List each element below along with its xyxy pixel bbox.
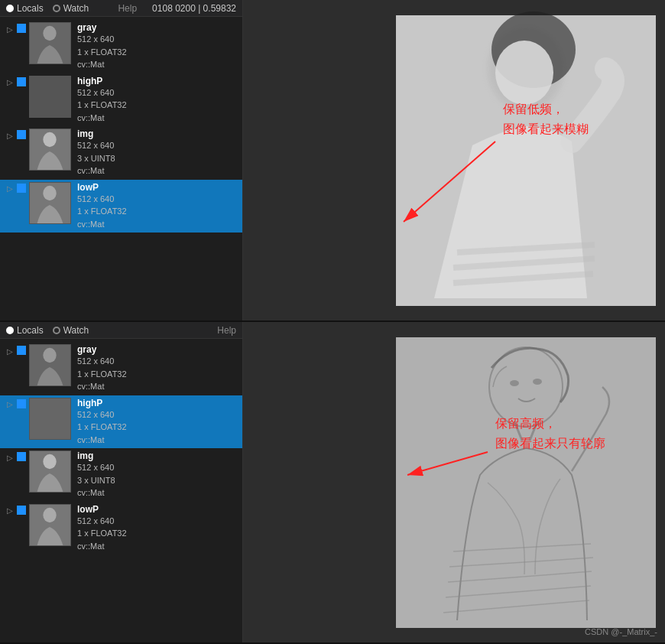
color-gray-bottom	[17, 346, 26, 355]
watch-tab-bottom[interactable]: Watch	[53, 325, 89, 336]
expand-img-top[interactable]: ▷	[5, 130, 15, 141]
info-highp-top: highP 512 x 6401 x FLOAT32cv::Mat	[77, 76, 127, 125]
info-img-bottom: img 512 x 6403 x UINT8cv::Mat	[77, 450, 115, 499]
thumb-highp-top	[29, 76, 71, 118]
watch-label-top: Watch	[63, 3, 89, 14]
svg-rect-17	[30, 398, 70, 439]
details-lowp-top: 512 x 6401 x FLOAT32cv::Mat	[77, 193, 127, 231]
color-img-bottom	[17, 452, 26, 461]
details-highp-top: 512 x 6401 x FLOAT32cv::Mat	[77, 86, 127, 125]
locals-radio-bottom	[6, 327, 14, 334]
thumb-svg-lowp-top	[30, 183, 70, 223]
thumb-svg-img-top	[30, 129, 70, 170]
locals-tab-top[interactable]: Locals	[6, 3, 44, 14]
info-highp-bottom: highP 512 x 6401 x FLOAT32cv::Mat	[77, 398, 127, 447]
details-gray-top: 512 x 6401 x FLOAT32cv::Mat	[77, 33, 127, 71]
top-annotation-line2: 图像看起来模糊	[503, 122, 589, 135]
top-image-display	[243, 8, 665, 314]
info-img-top: img 512 x 6403 x UINT8cv::Mat	[77, 128, 115, 177]
help-label-bottom[interactable]: Help	[217, 325, 236, 336]
expand-lowp-top[interactable]: ▷	[5, 184, 15, 194]
var-img-bottom[interactable]: ▷ img 512 x 6403 x UINT8cv::Mat	[0, 448, 242, 502]
thumb-svg-highp-top	[30, 76, 70, 117]
name-img-top: img	[77, 128, 115, 139]
top-annotation-line1: 保留低频，	[503, 102, 564, 115]
expand-img-bottom[interactable]: ▷	[5, 452, 15, 463]
watermark: CSDN @-_Matrix_-	[585, 627, 657, 636]
details-highp-bottom: 512 x 6401 x FLOAT32cv::Mat	[77, 408, 127, 447]
color-highp-bottom	[17, 399, 26, 408]
top-content-area: 保留低频， 图像看起来模糊	[243, 0, 665, 320]
coords-top: 0108 0200 | 0.59832	[152, 3, 236, 14]
watch-label-bottom: Watch	[63, 325, 89, 336]
info-lowp-top: lowP 512 x 6401 x FLOAT32cv::Mat	[77, 182, 127, 231]
var-gray-bottom[interactable]: ▷ gray 512 x 6401 x FLOAT32cv::Mat	[0, 342, 242, 395]
color-img-top	[17, 130, 26, 139]
bottom-annotation-line2: 图像看起来只有轮廓	[495, 437, 605, 450]
thumb-img-top	[29, 128, 71, 171]
svg-point-6	[43, 185, 56, 200]
info-gray-top: gray 512 x 6401 x FLOAT32cv::Mat	[77, 22, 127, 71]
expand-gray-bottom[interactable]: ▷	[5, 346, 15, 356]
color-lowp-bottom	[17, 506, 26, 515]
name-gray-top: gray	[77, 22, 127, 33]
bottom-annotation-line1: 保留高频，	[495, 417, 556, 430]
name-lowp-bottom: lowP	[77, 504, 127, 515]
var-lowp-top[interactable]: ▷ lowP 512 x 6401 x FLOAT32cv::Mat	[0, 180, 242, 233]
bottom-sidebar: Locals Watch Help ▷	[0, 322, 243, 642]
bottom-annotation: 保留高频， 图像看起来只有轮廓	[495, 414, 605, 453]
locals-tab-bottom[interactable]: Locals	[6, 325, 44, 336]
color-highp-top	[17, 77, 26, 86]
var-lowp-bottom[interactable]: ▷ lowP 512 x 6401 x FLOAT32cv::Mat	[0, 502, 242, 555]
thumb-img-bottom	[29, 450, 71, 493]
locals-radio-top	[6, 5, 14, 12]
info-lowp-bottom: lowP 512 x 6401 x FLOAT32cv::Mat	[77, 504, 127, 553]
top-sidebar: Locals Watch Help 0108 0200 | 0.59832 ▷	[0, 0, 243, 320]
name-highp-bottom: highP	[77, 398, 127, 408]
bottom-variables-list: ▷ gray 512 x 6401 x FLOAT32cv::Mat ▷	[0, 339, 242, 642]
svg-point-1	[43, 26, 56, 41]
svg-point-4	[43, 132, 56, 147]
locals-label-top: Locals	[17, 3, 44, 14]
svg-point-19	[43, 454, 56, 469]
top-tab-bar: Locals Watch Help 0108 0200 | 0.59832	[0, 0, 242, 17]
top-panel: Locals Watch Help 0108 0200 | 0.59832 ▷	[0, 0, 665, 322]
var-gray-top[interactable]: ▷ gray 512 x 6401 x FLOAT32cv::Mat	[0, 20, 242, 73]
top-variables-list: ▷ gray 512 x 6401 x FLOAT32cv::Mat ▷	[0, 17, 242, 320]
bottom-content-area: 保留高频， 图像看起来只有轮廓 CSDN @-_Matrix_-	[243, 322, 665, 642]
thumb-svg-highp-bottom	[30, 398, 70, 439]
svg-rect-24	[396, 337, 656, 628]
thumb-svg-img-bottom	[30, 451, 70, 492]
thumb-lowp-top	[29, 182, 71, 224]
details-img-top: 512 x 6403 x UINT8cv::Mat	[77, 139, 115, 177]
thumb-highp-bottom	[29, 398, 71, 440]
svg-point-26	[510, 380, 519, 386]
var-highp-top[interactable]: ▷ highP 512 x 6401 x FLOAT32cv::Mat	[0, 73, 242, 127]
var-highp-bottom[interactable]: ▷ highP 512 x 6401 x FLOAT32cv::Mat	[0, 395, 242, 449]
details-lowp-bottom: 512 x 6401 x FLOAT32cv::Mat	[77, 515, 127, 553]
name-gray-bottom: gray	[77, 344, 127, 355]
top-annotation: 保留低频， 图像看起来模糊	[503, 99, 589, 138]
color-gray-top	[17, 24, 26, 33]
thumb-gray-bottom	[29, 344, 71, 386]
thumb-gray-top	[29, 22, 71, 64]
svg-point-27	[533, 379, 542, 385]
var-img-top[interactable]: ▷ img 512 x 6403 x UINT8cv::Mat	[0, 126, 242, 180]
svg-rect-12	[396, 15, 656, 306]
thumb-lowp-bottom	[29, 504, 71, 546]
name-lowp-top: lowP	[77, 182, 127, 193]
expand-lowp-bottom[interactable]: ▷	[5, 506, 15, 516]
details-gray-bottom: 512 x 6401 x FLOAT32cv::Mat	[77, 355, 127, 393]
expand-highp-top[interactable]: ▷	[5, 77, 15, 88]
svg-point-21	[43, 507, 56, 522]
watch-radio-bottom	[53, 327, 60, 334]
thumb-svg-gray-top	[30, 23, 70, 63]
name-img-bottom: img	[77, 450, 115, 461]
expand-highp-bottom[interactable]: ▷	[5, 399, 15, 410]
help-label-top[interactable]: Help	[118, 3, 137, 14]
svg-point-16	[43, 348, 56, 363]
watch-radio-top	[53, 5, 60, 12]
watch-tab-top[interactable]: Watch	[53, 3, 89, 14]
info-gray-bottom: gray 512 x 6401 x FLOAT32cv::Mat	[77, 344, 127, 393]
expand-gray-top[interactable]: ▷	[5, 24, 15, 34]
